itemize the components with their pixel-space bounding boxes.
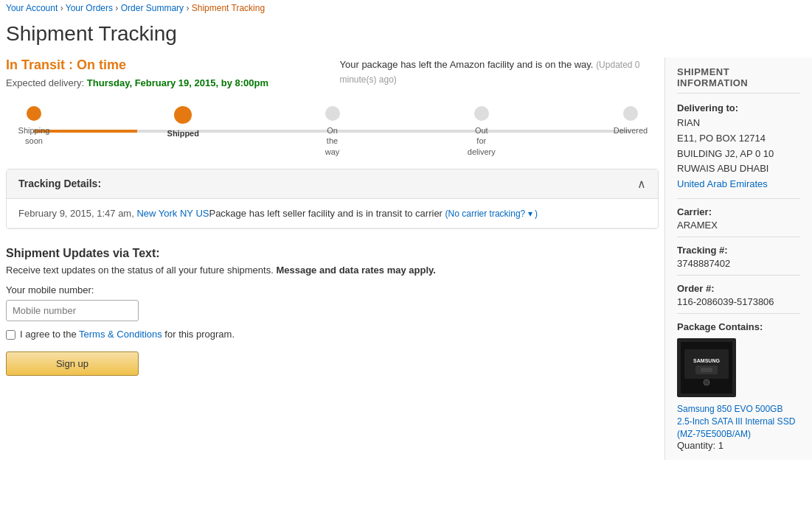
progress-track: Shippingsoon Shipped Ontheway (12, 106, 653, 157)
step-shipping-soon: Shippingsoon (12, 106, 56, 157)
sms-rates-notice: Message and data rates may apply. (276, 265, 436, 276)
step-label-3: Ontheway (325, 125, 340, 157)
breadcrumb-current: Shipment Tracking (192, 3, 265, 13)
divider-2 (677, 237, 800, 237)
step-out-for-delivery: Outfordelivery (459, 106, 504, 157)
sms-title: Shipment Updates via Text: (6, 247, 659, 260)
svg-point-5 (704, 379, 709, 385)
mobile-input[interactable] (6, 300, 139, 321)
product-qty: Quantity: 1 (677, 440, 800, 451)
step-shipped: Shipped (161, 106, 205, 157)
tracking-details-title: Tracking Details: (18, 178, 101, 189)
sidebar: SHIPMENT INFORMATION Delivering to: RIAN… (664, 57, 812, 460)
breadcrumb-account[interactable]: Your Account (6, 3, 58, 13)
tracking-date-loc: February 9, 2015, 1:47 am, New York NY U… (18, 208, 209, 219)
step-delivered: Delivered (608, 106, 653, 157)
breadcrumb: Your Account › Your Orders › Order Summa… (0, 0, 812, 16)
product-svg: SAMSUNG (681, 342, 732, 393)
tracking-details-section: Tracking Details: ∧ February 9, 2015, 1:… (6, 169, 659, 229)
breadcrumb-orders[interactable]: Your Orders (66, 3, 113, 13)
delivering-to-label: Delivering to: (677, 102, 800, 113)
step-circle-4 (474, 106, 489, 121)
tracking-num-value: 3748887402 (677, 258, 800, 269)
tracking-location: New York NY US (136, 208, 209, 219)
delivery-date: Thursday, February 19, 2015, by 8:00pm (87, 77, 268, 88)
order-num-label: Order #: (677, 283, 800, 294)
sidebar-address: RIAN E11, PO BOX 12714 BUILDING J2, AP 0… (677, 116, 800, 192)
tracking-row: February 9, 2015, 1:47 am, New York NY U… (7, 199, 658, 228)
signup-button[interactable]: Sign up (6, 351, 139, 376)
tracking-num-label: Tracking #: (677, 245, 800, 256)
no-carrier-link[interactable]: (No carrier tracking? ▾ ) (445, 209, 538, 219)
status-left: In Transit : On time Expected delivery: … (6, 57, 325, 88)
delivery-text: Expected delivery: Thursday, February 19… (6, 77, 325, 88)
step-circle-3 (325, 106, 340, 121)
package-message: Your package has left the Amazon facilit… (340, 57, 659, 86)
address-line1: E11, PO BOX 12714 (677, 131, 800, 147)
page-title: Shipment Tracking (0, 16, 812, 57)
divider-1 (677, 198, 800, 199)
address-city: RUWAIS ABU DHABI (677, 161, 800, 177)
tracking-desc: Package has left seller facility and is … (209, 208, 537, 219)
terms-checkbox[interactable] (6, 330, 15, 340)
product-name[interactable]: Samsung 850 EVO 500GB 2.5-Inch SATA III … (677, 403, 800, 440)
progress-section: Shippingsoon Shipped Ontheway (6, 106, 659, 157)
carrier-value: ARAMEX (677, 220, 800, 231)
svg-rect-4 (701, 368, 712, 372)
status-title: In Transit : On time (6, 57, 325, 73)
sidebar-title: SHIPMENT INFORMATION (677, 66, 800, 94)
step-circle-5 (623, 106, 638, 121)
carrier-label: Carrier: (677, 206, 800, 217)
content-area: In Transit : On time Expected delivery: … (0, 57, 664, 460)
sms-desc: Receive text updates on the status of al… (6, 265, 659, 276)
tracking-date: February 9, 2015, 1:47 am, (18, 208, 134, 219)
svg-text:SAMSUNG: SAMSUNG (693, 358, 720, 363)
address-name: RIAN (677, 116, 800, 131)
sms-section: Shipment Updates via Text: Receive text … (6, 247, 659, 376)
order-num-value: 116-2086039-5173806 (677, 296, 800, 307)
step-label-4: Outfordelivery (468, 125, 496, 157)
address-country: United Arab Emirates (677, 178, 768, 189)
step-circle-1 (27, 106, 41, 121)
step-label-2: Shipped (167, 128, 199, 139)
chevron-up-icon: ∧ (637, 177, 646, 191)
steps-row: Shippingsoon Shipped Ontheway (12, 106, 653, 157)
step-on-the-way: Ontheway (310, 106, 355, 157)
checkbox-row: I agree to the Terms & Conditions for th… (6, 329, 659, 340)
step-label-1: Shippingsoon (18, 125, 50, 147)
divider-4 (677, 313, 800, 314)
divider-3 (677, 275, 800, 276)
status-right: Your package has left the Amazon facilit… (325, 57, 659, 86)
product-image: SAMSUNG (677, 338, 736, 397)
step-circle-2 (174, 106, 192, 124)
package-contains-label: Package Contains: (677, 321, 800, 332)
breadcrumb-summary[interactable]: Order Summary (121, 3, 184, 13)
step-label-5: Delivered (614, 125, 648, 136)
tracking-details-header[interactable]: Tracking Details: ∧ (7, 169, 658, 199)
address-line2: BUILDING J2, AP 0 10 (677, 147, 800, 162)
mobile-label: Your mobile number: (6, 284, 659, 295)
status-row: In Transit : On time Expected delivery: … (6, 57, 659, 88)
terms-link[interactable]: Terms & Conditions (79, 329, 162, 340)
